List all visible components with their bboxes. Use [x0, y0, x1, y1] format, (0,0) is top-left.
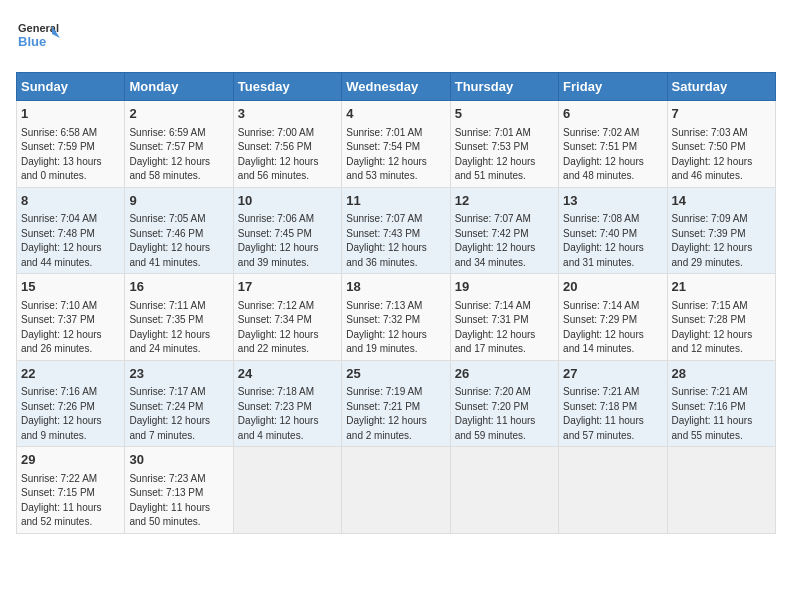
daylight-info: Daylight: 13 hours and 0 minutes.: [21, 156, 102, 182]
day-number: 22: [21, 365, 120, 383]
daylight-info: Daylight: 12 hours and 24 minutes.: [129, 329, 210, 355]
sunset-info: Sunset: 7:16 PM: [672, 401, 746, 412]
sunrise-info: Sunrise: 7:10 AM: [21, 300, 97, 311]
daylight-info: Daylight: 11 hours and 59 minutes.: [455, 415, 536, 441]
calendar-cell: 4 Sunrise: 7:01 AM Sunset: 7:54 PM Dayli…: [342, 101, 450, 188]
sunrise-info: Sunrise: 7:14 AM: [455, 300, 531, 311]
calendar-cell: 11 Sunrise: 7:07 AM Sunset: 7:43 PM Dayl…: [342, 187, 450, 274]
calendar-cell: 23 Sunrise: 7:17 AM Sunset: 7:24 PM Dayl…: [125, 360, 233, 447]
daylight-info: Daylight: 12 hours and 2 minutes.: [346, 415, 427, 441]
header-tuesday: Tuesday: [233, 73, 341, 101]
daylight-info: Daylight: 12 hours and 19 minutes.: [346, 329, 427, 355]
sunset-info: Sunset: 7:18 PM: [563, 401, 637, 412]
sunset-info: Sunset: 7:45 PM: [238, 228, 312, 239]
calendar-cell: 15 Sunrise: 7:10 AM Sunset: 7:37 PM Dayl…: [17, 274, 125, 361]
calendar-cell: 9 Sunrise: 7:05 AM Sunset: 7:46 PM Dayli…: [125, 187, 233, 274]
sunset-info: Sunset: 7:24 PM: [129, 401, 203, 412]
calendar-cell: 25 Sunrise: 7:19 AM Sunset: 7:21 PM Dayl…: [342, 360, 450, 447]
daylight-info: Daylight: 12 hours and 34 minutes.: [455, 242, 536, 268]
calendar-cell: 13 Sunrise: 7:08 AM Sunset: 7:40 PM Dayl…: [559, 187, 667, 274]
header-sunday: Sunday: [17, 73, 125, 101]
sunrise-info: Sunrise: 7:04 AM: [21, 213, 97, 224]
sunset-info: Sunset: 7:54 PM: [346, 141, 420, 152]
header-monday: Monday: [125, 73, 233, 101]
day-number: 8: [21, 192, 120, 210]
daylight-info: Daylight: 12 hours and 53 minutes.: [346, 156, 427, 182]
header-friday: Friday: [559, 73, 667, 101]
sunrise-info: Sunrise: 7:12 AM: [238, 300, 314, 311]
daylight-info: Daylight: 12 hours and 17 minutes.: [455, 329, 536, 355]
calendar-cell: 12 Sunrise: 7:07 AM Sunset: 7:42 PM Dayl…: [450, 187, 558, 274]
header-saturday: Saturday: [667, 73, 775, 101]
day-number: 6: [563, 105, 662, 123]
sunrise-info: Sunrise: 7:03 AM: [672, 127, 748, 138]
daylight-info: Daylight: 11 hours and 57 minutes.: [563, 415, 644, 441]
sunset-info: Sunset: 7:43 PM: [346, 228, 420, 239]
sunset-info: Sunset: 7:50 PM: [672, 141, 746, 152]
day-number: 11: [346, 192, 445, 210]
header-thursday: Thursday: [450, 73, 558, 101]
daylight-info: Daylight: 12 hours and 58 minutes.: [129, 156, 210, 182]
sunset-info: Sunset: 7:23 PM: [238, 401, 312, 412]
sunrise-info: Sunrise: 7:20 AM: [455, 386, 531, 397]
daylight-info: Daylight: 12 hours and 22 minutes.: [238, 329, 319, 355]
daylight-info: Daylight: 12 hours and 48 minutes.: [563, 156, 644, 182]
daylight-info: Daylight: 11 hours and 52 minutes.: [21, 502, 102, 528]
sunset-info: Sunset: 7:31 PM: [455, 314, 529, 325]
day-number: 30: [129, 451, 228, 469]
sunrise-info: Sunrise: 6:59 AM: [129, 127, 205, 138]
daylight-info: Daylight: 12 hours and 12 minutes.: [672, 329, 753, 355]
calendar-cell: 10 Sunrise: 7:06 AM Sunset: 7:45 PM Dayl…: [233, 187, 341, 274]
svg-text:Blue: Blue: [18, 34, 46, 49]
calendar-cell: 21 Sunrise: 7:15 AM Sunset: 7:28 PM Dayl…: [667, 274, 775, 361]
day-number: 2: [129, 105, 228, 123]
sunrise-info: Sunrise: 7:08 AM: [563, 213, 639, 224]
sunset-info: Sunset: 7:46 PM: [129, 228, 203, 239]
sunrise-info: Sunrise: 7:07 AM: [346, 213, 422, 224]
day-number: 12: [455, 192, 554, 210]
daylight-info: Daylight: 12 hours and 41 minutes.: [129, 242, 210, 268]
sunrise-info: Sunrise: 7:19 AM: [346, 386, 422, 397]
sunset-info: Sunset: 7:26 PM: [21, 401, 95, 412]
sunrise-info: Sunrise: 7:21 AM: [563, 386, 639, 397]
day-number: 26: [455, 365, 554, 383]
calendar-cell: [667, 447, 775, 534]
daylight-info: Daylight: 12 hours and 31 minutes.: [563, 242, 644, 268]
sunrise-info: Sunrise: 6:58 AM: [21, 127, 97, 138]
logo: General Blue: [16, 16, 60, 60]
day-number: 13: [563, 192, 662, 210]
sunrise-info: Sunrise: 7:02 AM: [563, 127, 639, 138]
sunrise-info: Sunrise: 7:09 AM: [672, 213, 748, 224]
sunrise-info: Sunrise: 7:05 AM: [129, 213, 205, 224]
calendar-week-5: 29 Sunrise: 7:22 AM Sunset: 7:15 PM Dayl…: [17, 447, 776, 534]
day-number: 9: [129, 192, 228, 210]
calendar-cell: 7 Sunrise: 7:03 AM Sunset: 7:50 PM Dayli…: [667, 101, 775, 188]
day-number: 17: [238, 278, 337, 296]
daylight-info: Daylight: 12 hours and 29 minutes.: [672, 242, 753, 268]
day-number: 16: [129, 278, 228, 296]
daylight-info: Daylight: 12 hours and 36 minutes.: [346, 242, 427, 268]
day-number: 19: [455, 278, 554, 296]
sunrise-info: Sunrise: 7:17 AM: [129, 386, 205, 397]
day-number: 25: [346, 365, 445, 383]
sunset-info: Sunset: 7:39 PM: [672, 228, 746, 239]
sunset-info: Sunset: 7:35 PM: [129, 314, 203, 325]
daylight-info: Daylight: 12 hours and 26 minutes.: [21, 329, 102, 355]
calendar-week-4: 22 Sunrise: 7:16 AM Sunset: 7:26 PM Dayl…: [17, 360, 776, 447]
calendar-cell: 5 Sunrise: 7:01 AM Sunset: 7:53 PM Dayli…: [450, 101, 558, 188]
sunset-info: Sunset: 7:13 PM: [129, 487, 203, 498]
calendar-cell: 30 Sunrise: 7:23 AM Sunset: 7:13 PM Dayl…: [125, 447, 233, 534]
sunrise-info: Sunrise: 7:23 AM: [129, 473, 205, 484]
sunset-info: Sunset: 7:57 PM: [129, 141, 203, 152]
daylight-info: Daylight: 12 hours and 14 minutes.: [563, 329, 644, 355]
calendar-week-1: 1 Sunrise: 6:58 AM Sunset: 7:59 PM Dayli…: [17, 101, 776, 188]
sunrise-info: Sunrise: 7:16 AM: [21, 386, 97, 397]
calendar-cell: [450, 447, 558, 534]
day-number: 7: [672, 105, 771, 123]
day-number: 28: [672, 365, 771, 383]
calendar-cell: [233, 447, 341, 534]
calendar-cell: 8 Sunrise: 7:04 AM Sunset: 7:48 PM Dayli…: [17, 187, 125, 274]
daylight-info: Daylight: 12 hours and 7 minutes.: [129, 415, 210, 441]
sunset-info: Sunset: 7:40 PM: [563, 228, 637, 239]
sunset-info: Sunset: 7:28 PM: [672, 314, 746, 325]
